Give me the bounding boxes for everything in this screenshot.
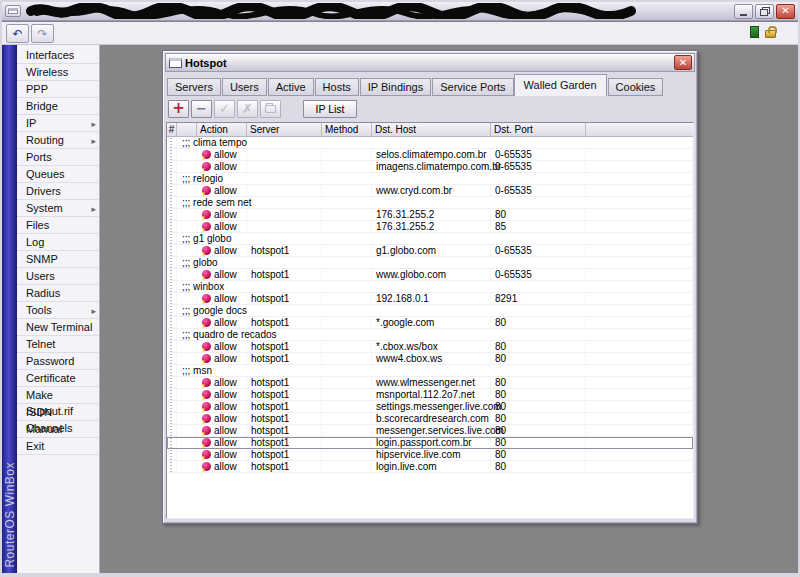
sidebar-item-radius[interactable]: Radius	[17, 285, 99, 302]
walled-garden-row[interactable]: 1allowhotspot1msnportal.112.2o7.net80	[167, 389, 693, 401]
column-header-method[interactable]: Method	[322, 123, 372, 136]
column-header-dst-host[interactable]: Dst. Host	[372, 123, 491, 136]
server-cell	[247, 161, 322, 172]
column-header-action[interactable]: Action	[197, 123, 247, 136]
sidebar-item-ppp[interactable]: PPP	[17, 81, 99, 98]
column-header-dst-port[interactable]: Dst. Port	[491, 123, 586, 136]
allow-entry-icon: 1	[202, 162, 211, 171]
hotspot-window-icon	[169, 58, 182, 68]
comment-row[interactable]: ;;; quadro de recados	[167, 329, 693, 341]
walled-garden-row[interactable]: 1allowhotspot1*.google.com80	[167, 317, 693, 329]
walled-garden-row[interactable]: 1allowhotspot1settings.messenger.live.co…	[167, 401, 693, 413]
close-button[interactable]: ✕	[776, 4, 795, 19]
walled-garden-row[interactable]: 1allowimagens.climatempo.com.br0-65535	[167, 161, 693, 173]
sidebar-item-new-terminal[interactable]: New Terminal	[17, 319, 99, 336]
allow-entry-icon: 1	[202, 246, 211, 255]
redo-button[interactable]: ↷	[31, 24, 54, 43]
tab-users[interactable]: Users	[222, 78, 267, 96]
add-button[interactable]: +	[168, 100, 189, 118]
sidebar-item-interfaces[interactable]: Interfaces	[17, 47, 99, 64]
sidebar-item-password[interactable]: Password	[17, 353, 99, 370]
walled-garden-row[interactable]: 1allowhotspot1login.live.com80	[167, 461, 693, 473]
sidebar-item-label: Manual	[26, 423, 62, 435]
tab-service-ports[interactable]: Service Ports	[432, 78, 513, 96]
sidebar-item-telnet[interactable]: Telnet	[17, 336, 99, 353]
comment-row[interactable]: ;;; winbox	[167, 281, 693, 293]
comment-row[interactable]: ;;; relogio	[167, 173, 693, 185]
sidebar-item-make-supout-rif[interactable]: Make Supout.rif	[17, 387, 99, 404]
comment-row[interactable]: ;;; g1 globo	[167, 233, 693, 245]
app-window-icon[interactable]	[5, 5, 21, 17]
walled-garden-row[interactable]: 1allowhotspot1hipservice.live.com80	[167, 449, 693, 461]
remove-button[interactable]: −	[191, 100, 212, 118]
walled-garden-row[interactable]: 1allow176.31.255.280	[167, 209, 693, 221]
sidebar-item-manual[interactable]: Manual	[17, 421, 99, 438]
sidebar-item-isdn-channels[interactable]: ISDN Channels	[17, 404, 99, 421]
sidebar-item-certificate[interactable]: Certificate	[17, 370, 99, 387]
walled-garden-row[interactable]: 1allowhotspot1g1.globo.com0-65535	[167, 245, 693, 257]
sidebar-item-bridge[interactable]: Bridge	[17, 98, 99, 115]
allow-entry-icon: 1	[202, 222, 211, 231]
action-label: allow	[214, 389, 237, 400]
sidebar-item-system[interactable]: System▸	[17, 200, 99, 217]
method-cell	[322, 185, 372, 196]
minimize-button[interactable]	[734, 4, 753, 19]
filler-cell	[586, 401, 693, 412]
tab-servers[interactable]: Servers	[167, 78, 221, 96]
walled-garden-row[interactable]: 1allowhotspot1login.passport.com.br80	[167, 437, 693, 449]
tab-active[interactable]: Active	[268, 78, 314, 96]
sidebar-item-wireless[interactable]: Wireless	[17, 64, 99, 81]
sidebar-item-ports[interactable]: Ports	[17, 149, 99, 166]
restore-button[interactable]	[755, 4, 774, 19]
ip-list-button[interactable]: IP List	[303, 100, 357, 118]
disable-button[interactable]: ✗	[237, 100, 258, 118]
allow-icon-badge: 1	[202, 359, 205, 365]
main-titlebar[interactable]: ✕	[2, 2, 798, 21]
sidebar-item-ip[interactable]: IP▸	[17, 115, 99, 132]
column-header-number[interactable]: #	[167, 123, 177, 136]
comment-row[interactable]: ;;; google docs	[167, 305, 693, 317]
comment-row[interactable]: ;;; globo	[167, 257, 693, 269]
sidebar-item-tools[interactable]: Tools▸	[17, 302, 99, 319]
walled-garden-row[interactable]: 1allowhotspot1www4.cbox.ws80	[167, 353, 693, 365]
method-cell	[322, 317, 372, 328]
walled-garden-row[interactable]: 1allowhotspot1*.cbox.ws/box80	[167, 341, 693, 353]
tab-walled-garden[interactable]: Walled Garden	[514, 74, 607, 96]
tab-cookies[interactable]: Cookies	[608, 78, 664, 96]
walled-garden-row[interactable]: 1allowwww.cryd.com.br0-65535	[167, 185, 693, 197]
comment-button[interactable]	[260, 100, 281, 118]
walled-garden-row[interactable]: 1allowhotspot1www.wlmessenger.net80	[167, 377, 693, 389]
undo-button[interactable]: ↶	[6, 24, 29, 43]
walled-garden-row[interactable]: 1allowhotspot1messenger.services.live.co…	[167, 425, 693, 437]
walled-garden-row[interactable]: 1allowselos.climatempo.com.br0-65535	[167, 149, 693, 161]
ip-list-label: IP List	[316, 103, 345, 115]
sidebar-item-drivers[interactable]: Drivers	[17, 183, 99, 200]
method-cell	[322, 437, 372, 448]
row-grip	[169, 317, 174, 328]
column-header-server[interactable]: Server	[247, 123, 322, 136]
sidebar-item-users[interactable]: Users	[17, 268, 99, 285]
sidebar-item-exit[interactable]: Exit	[17, 438, 99, 455]
walled-garden-row[interactable]: 1allowhotspot1192.168.0.18291	[167, 293, 693, 305]
comment-row[interactable]: ;;; msn	[167, 365, 693, 377]
sidebar-item-queues[interactable]: Queues	[17, 166, 99, 183]
server-cell: hotspot1	[247, 377, 322, 388]
row-grip	[169, 185, 174, 196]
walled-garden-row[interactable]: 1allowhotspot1www.globo.com0-65535	[167, 269, 693, 281]
tab-hosts[interactable]: Hosts	[315, 78, 359, 96]
hotspot-close-button[interactable]: ✕	[674, 55, 692, 70]
sidebar-item-log[interactable]: Log	[17, 234, 99, 251]
walled-garden-row[interactable]: 1allow176.31.255.285	[167, 221, 693, 233]
sidebar-item-snmp[interactable]: SNMP	[17, 251, 99, 268]
comment-row[interactable]: ;;; clima tempo	[167, 137, 693, 149]
enable-button[interactable]: ✓	[214, 100, 235, 118]
tab-ip-bindings[interactable]: IP Bindings	[360, 78, 431, 96]
action-label: allow	[214, 377, 237, 388]
sidebar-item-routing[interactable]: Routing▸	[17, 132, 99, 149]
action-cell: 1allow	[197, 353, 247, 364]
comment-row[interactable]: ;;; rede sem net	[167, 197, 693, 209]
allow-icon-badge: 1	[202, 395, 205, 401]
hotspot-titlebar[interactable]: Hotspot ✕	[165, 53, 695, 72]
sidebar-item-files[interactable]: Files	[17, 217, 99, 234]
walled-garden-row[interactable]: 1allowhotspot1b.scorecardresearch.com80	[167, 413, 693, 425]
